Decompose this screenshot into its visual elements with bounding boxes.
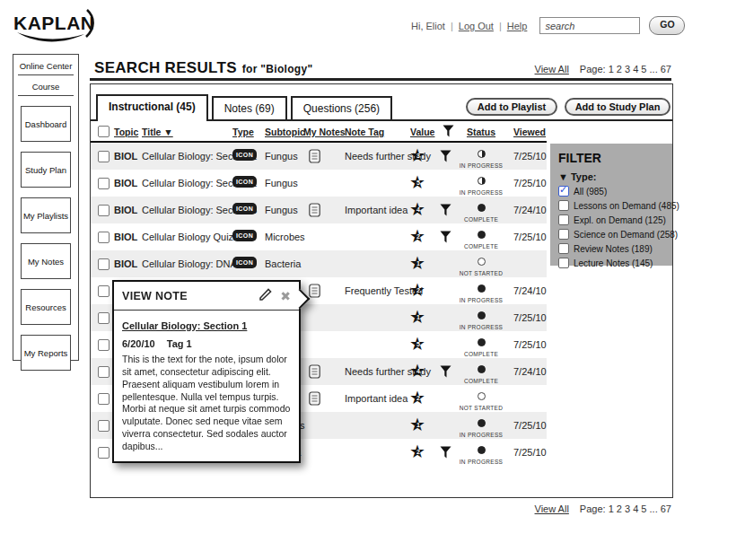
col-viewed[interactable]: Viewed xyxy=(513,127,546,137)
sidebar-item-my-reports[interactable]: My Reports xyxy=(21,335,71,371)
sidebar-item-my-playlists[interactable]: My Playlists xyxy=(21,197,71,233)
row-checkbox[interactable] xyxy=(98,258,110,270)
row-subtopic: Fungus xyxy=(265,178,298,188)
sidebar-course-label[interactable]: Course xyxy=(13,75,78,92)
value-number: 5 xyxy=(409,341,427,347)
page-numbers[interactable]: Page: 1 2 3 4 5 ... 67 xyxy=(580,64,671,74)
col-title[interactable]: Title ▼ xyxy=(142,127,173,137)
filter-checkbox[interactable] xyxy=(558,200,569,211)
funnel-icon[interactable] xyxy=(440,204,451,220)
row-checkbox[interactable] xyxy=(98,285,110,297)
value-number: 1 xyxy=(409,422,427,428)
row-checkbox[interactable] xyxy=(98,420,110,432)
edit-note-icon[interactable] xyxy=(259,288,272,304)
filter-checkbox[interactable] xyxy=(558,214,569,225)
note-icon[interactable] xyxy=(309,284,320,302)
type-icon-badge: ICON xyxy=(232,176,257,188)
view-all-link[interactable]: View All xyxy=(535,64,569,74)
col-status[interactable]: Status xyxy=(451,127,511,137)
add-to-playlist-button[interactable]: Add to Playlist xyxy=(466,98,557,116)
note-source-link[interactable]: Cellular Biology: Section 1 xyxy=(122,320,247,331)
row-checkbox[interactable] xyxy=(98,312,110,324)
row-status: COMPLETE xyxy=(451,334,511,357)
col-my-notes[interactable]: My Notes xyxy=(303,127,346,137)
funnel-icon[interactable] xyxy=(440,365,451,381)
filter-option: Expl. on Demand (125) xyxy=(558,214,664,225)
filter-checkbox[interactable] xyxy=(558,186,569,197)
row-checkbox[interactable] xyxy=(98,393,110,405)
status-full-circle-icon xyxy=(478,419,486,427)
sidebar-item-my-notes[interactable]: My Notes xyxy=(21,243,71,279)
page-numbers[interactable]: Page: 1 2 3 4 5 ... 67 xyxy=(580,503,671,514)
value-star-icon: ★2 xyxy=(409,442,427,461)
value-star-icon: ★1 xyxy=(409,415,427,434)
col-topic[interactable]: Topic xyxy=(114,127,138,137)
note-text: This is the text for the note, ipsum dol… xyxy=(122,354,291,453)
sidebar-item-dashboard[interactable]: Dashboard xyxy=(21,106,71,142)
col-subtopic[interactable]: Subtopic xyxy=(265,127,305,137)
col-type[interactable]: Type xyxy=(232,127,254,137)
sidebar-online-center-label[interactable]: Online Center xyxy=(13,55,78,71)
row-status: IN PROGRESS xyxy=(451,415,511,438)
value-star-icon: ★2 xyxy=(409,388,427,407)
row-viewed-date: 7/25/10 xyxy=(513,339,547,350)
filter-option: Lecture Notes (145) xyxy=(558,258,664,268)
row-topic: BIOL xyxy=(114,151,137,162)
col-value[interactable]: Value xyxy=(410,127,434,137)
status-full-circle-icon xyxy=(478,338,486,346)
type-icon-badge: ICON xyxy=(232,203,257,214)
row-checkbox[interactable] xyxy=(98,205,110,216)
note-icon[interactable] xyxy=(309,364,320,382)
note-icon[interactable] xyxy=(309,149,320,167)
status-label: IN PROGRESS xyxy=(451,324,511,330)
row-topic: BIOL xyxy=(114,178,137,188)
table-row: BIOLCellular Biology: Section 2ICONFungu… xyxy=(91,170,547,197)
note-icon[interactable] xyxy=(309,203,320,221)
row-viewed-date: 7/25/10 xyxy=(513,312,547,323)
row-viewed-date: 7/25/10 xyxy=(513,420,547,431)
funnel-icon[interactable] xyxy=(440,150,451,166)
filter-checkbox[interactable] xyxy=(558,229,569,240)
view-all-link[interactable]: View All xyxy=(535,503,569,514)
value-star-icon: ★2 xyxy=(409,226,427,246)
filter-type-group-label[interactable]: ▼ Type: xyxy=(558,171,664,182)
col-note-tag[interactable]: Note Tag xyxy=(345,127,384,137)
sidebar-item-study-plan[interactable]: Study Plan xyxy=(21,152,71,188)
page-title: SEARCH RESULTSfor "Biology" xyxy=(94,59,312,77)
tab-bar: Instructional (45)Notes (69)Questions (2… xyxy=(96,94,396,121)
add-to-study-plan-button[interactable]: Add to Study Plan xyxy=(565,98,670,116)
row-subtopic: Fungus xyxy=(265,151,298,162)
sidebar-item-resources[interactable]: Resources xyxy=(21,289,71,325)
note-icon[interactable] xyxy=(309,391,320,409)
close-icon[interactable]: ✖ xyxy=(280,291,291,302)
row-checkbox[interactable] xyxy=(98,151,110,162)
select-all-checkbox[interactable] xyxy=(98,126,110,137)
funnel-icon[interactable] xyxy=(440,231,451,247)
top-utility-bar: Hi, Eliot | Log Out | Help GO xyxy=(411,16,685,35)
help-link[interactable]: Help xyxy=(507,21,528,31)
filter-checkbox[interactable] xyxy=(558,258,569,268)
status-label: COMPLETE xyxy=(451,216,511,223)
row-note-tag: Important idea xyxy=(345,393,408,404)
tab-notes-69-[interactable]: Notes (69) xyxy=(212,96,287,121)
status-full-circle-icon xyxy=(478,446,486,454)
sidebar: Online Center Course DashboardStudy Plan… xyxy=(13,54,79,361)
row-subtopic: Fungus xyxy=(265,205,298,215)
funnel-icon[interactable] xyxy=(440,446,451,462)
search-input[interactable] xyxy=(539,17,640,34)
row-checkbox[interactable] xyxy=(98,447,110,459)
table-row: BIOLCellular Biology: DNAICONBacteria★1N… xyxy=(91,250,547,277)
row-viewed-date: 7/25/10 xyxy=(513,232,547,242)
row-checkbox[interactable] xyxy=(98,232,110,243)
filter-checkbox[interactable] xyxy=(558,243,569,254)
tab-questions-256-[interactable]: Questions (256) xyxy=(291,96,392,121)
go-button[interactable]: GO xyxy=(649,16,685,35)
filter-option: Lessons on Demand (485) xyxy=(558,200,664,211)
row-checkbox[interactable] xyxy=(98,178,110,189)
status-label: NOT STARTED xyxy=(451,270,511,276)
logout-link[interactable]: Log Out xyxy=(459,21,494,31)
row-checkbox[interactable] xyxy=(98,339,110,351)
value-number: 4 xyxy=(409,206,427,213)
tab-instructional-45-[interactable]: Instructional (45) xyxy=(96,94,208,121)
row-checkbox[interactable] xyxy=(98,366,110,378)
